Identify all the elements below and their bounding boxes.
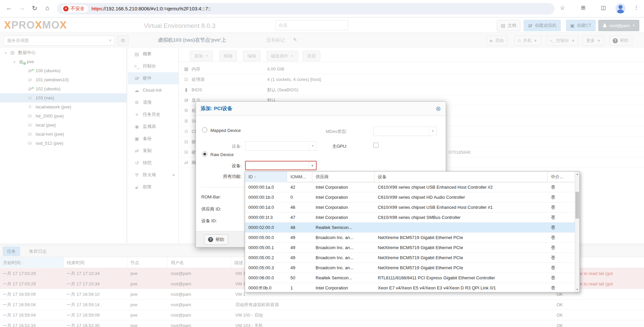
raw-device-radio[interactable] [202, 151, 207, 157]
profile-avatar[interactable] [615, 3, 626, 13]
device-name: C610/X99 series chipset USB Enhanced Hos… [374, 202, 548, 213]
mapped-device-field-label: 设备: [209, 143, 242, 149]
pci-device-dropdown: ID↑IOMM...供应商设备中介... 0000:00:1a.042Intel… [245, 171, 580, 292]
device-column-header[interactable]: 供应商 [312, 172, 374, 182]
device-id: 0000:05:00.0 [245, 233, 287, 243]
home-icon[interactable]: ⌂ [43, 4, 52, 12]
question-icon: ? [208, 237, 213, 242]
device-name: Xeon E7 v4/Xeon E5 v4/Xeon E3 v4/Xeon D … [374, 283, 548, 293]
device-id: 0000:ff:0b.0 [245, 283, 287, 293]
mapped-device-radio[interactable] [202, 127, 207, 133]
security-badge[interactable]: ✕ 不安全 [62, 5, 88, 12]
device-id-label: 设备 ID: [201, 218, 217, 224]
device-name: RTL8111/8168/8411 PCI Express Gigabit Et… [374, 273, 548, 283]
side-panel-icon[interactable]: ◫ [599, 4, 608, 11]
device-name: NetXtreme BCM5719 Gigabit Ethernet PCIe [374, 253, 548, 263]
rombar-label: ROM-Bar: [201, 194, 221, 199]
device-iommu-group: 42 [287, 182, 312, 192]
device-row[interactable]: 0000:00:1b.00Intel CorporationC610/X99 s… [245, 192, 575, 202]
not-secure-label: 不安全 [71, 6, 85, 12]
all-functions-label: 所有功能: [203, 174, 242, 180]
device-vendor: Broadcom Inc. an... [312, 233, 374, 243]
device-mediated: 否 [548, 233, 574, 243]
device-row[interactable]: 0000:05:00.149Broadcom Inc. an...NetXtre… [245, 243, 575, 253]
close-icon[interactable]: ⊗ [436, 105, 441, 112]
device-id: 0000:00:1b.0 [245, 192, 287, 202]
device-iommu-group: 49 [287, 233, 312, 243]
device-mediated: 否 [548, 263, 574, 273]
device-row[interactable]: 0000:ff:0b.01Intel CorporationXeon E7 v4… [245, 283, 575, 293]
dialog-header[interactable]: 添加: PCI设备 ⊗ [196, 102, 446, 116]
device-vendor: Intel Corporation [312, 213, 374, 223]
scroll-down-icon[interactable]: ▼ [575, 287, 579, 292]
address-bar[interactable]: ✕ 不安全 https://192.168.5.210:8006/#v1:0:=… [57, 3, 555, 14]
device-name: NetXtreme BCM5719 Gigabit Ethernet PCIe [374, 243, 548, 253]
device-iommu-group: 49 [287, 243, 312, 253]
device-row[interactable]: 0000:05:00.049Broadcom Inc. an...NetXtre… [245, 233, 575, 243]
device-column-label: IOMM... [290, 174, 306, 179]
device-row[interactable]: 0000:06:00.050Realtek Semicon...RTL8111/… [245, 273, 575, 283]
device-vendor: Realtek Semicon... [312, 273, 374, 283]
mdev-type-label: MDev类型: [320, 129, 347, 135]
raw-device-label: Raw Device [210, 152, 234, 157]
chevron-down-icon: ▼ [429, 127, 436, 136]
vendor-id-label: 供应商 ID: [201, 206, 221, 212]
device-row[interactable]: 0000:05:00.249Broadcom Inc. an...NetXtre… [245, 253, 575, 263]
mapped-device-label: Mapped Device [210, 128, 241, 133]
device-name: NetXtreme BCM5719 Gigabit Ethernet PCIe [374, 263, 548, 273]
sort-asc-icon: ↑ [254, 175, 256, 179]
dropdown-scrollbar[interactable]: ▲ ▼ [575, 172, 579, 292]
primary-gpu-checkbox[interactable] [373, 143, 378, 148]
device-mediated: 否 [548, 202, 574, 213]
url-text: https://192.168.5.210:8006/#v1:0:=qemu%2… [91, 6, 211, 11]
back-icon[interactable]: ← [5, 4, 13, 12]
device-id: 0000:05:00.3 [245, 263, 287, 273]
device-iommu-group: 49 [287, 253, 312, 263]
forward-icon[interactable]: → [17, 4, 26, 12]
device-mediated: 否 [548, 253, 574, 263]
device-vendor: Realtek Semicon... [312, 223, 374, 233]
chrome-menu-icon[interactable]: ⋮ [632, 4, 641, 11]
device-iommu-group: 50 [287, 273, 312, 283]
device-iommu-group: 49 [287, 263, 312, 273]
device-vendor: Broadcom Inc. an... [312, 243, 374, 253]
dialog-title: 添加: PCI设备 [201, 105, 232, 112]
device-mediated: 否 [548, 243, 574, 253]
dropdown-header: ID↑IOMM...供应商设备中介... [245, 172, 575, 182]
dialog-help-button[interactable]: ? 帮助 [204, 234, 228, 245]
device-mediated: 否 [548, 182, 574, 192]
device-id: 0000:02:00.0 [245, 223, 287, 233]
device-column-label: 供应商 [316, 174, 329, 179]
mdev-type-combo[interactable]: ▼ [373, 127, 437, 136]
device-column-header[interactable]: 中介... [548, 172, 575, 182]
scrollbar-thumb[interactable] [575, 192, 579, 219]
device-column-header[interactable]: 设备 [374, 172, 548, 182]
reload-icon[interactable]: ↻ [30, 4, 39, 12]
bookmark-star-icon[interactable]: ☆ [558, 4, 567, 11]
device-column-header[interactable]: IOMM... [287, 172, 312, 182]
device-row[interactable]: 0000:00:1d.046Intel CorporationC610/X99 … [245, 202, 575, 213]
device-row[interactable]: 0000:02:00.048Realtek Semicon...否 [245, 223, 575, 233]
dropdown-rows: 0000:00:1a.042Intel CorporationC610/X99 … [245, 182, 575, 293]
device-vendor: Intel Corporation [312, 192, 374, 202]
device-id: 0000:05:00.2 [245, 253, 287, 263]
device-vendor: Broadcom Inc. an... [312, 263, 374, 273]
device-row[interactable]: 0000:00:1f.347Intel CorporationC610/X99 … [245, 213, 575, 223]
raw-device-combo[interactable]: ▼ [245, 161, 317, 170]
chevron-down-icon: ▼ [309, 161, 316, 170]
device-mediated: 否 [548, 273, 574, 283]
scroll-up-icon[interactable]: ▲ [575, 172, 579, 177]
device-id: 0000:00:1d.0 [245, 202, 287, 213]
not-secure-icon: ✕ [63, 6, 69, 11]
primary-gpu-label: 主GPU: [320, 143, 347, 149]
extensions-icon[interactable]: ⊞ [579, 4, 588, 11]
device-row[interactable]: 0000:00:1a.042Intel CorporationC610/X99 … [245, 182, 575, 192]
mapped-device-combo[interactable]: ▼ [245, 141, 317, 151]
device-iommu-group: 47 [287, 213, 312, 223]
device-iommu-group: 1 [287, 283, 312, 293]
device-id: 0000:00:1a.0 [245, 182, 287, 192]
device-column-header[interactable]: ID↑ [245, 172, 287, 182]
device-mediated: 否 [548, 223, 574, 233]
device-row[interactable]: 0000:05:00.349Broadcom Inc. an...NetXtre… [245, 263, 575, 273]
device-column-label: 设备 [378, 174, 387, 179]
